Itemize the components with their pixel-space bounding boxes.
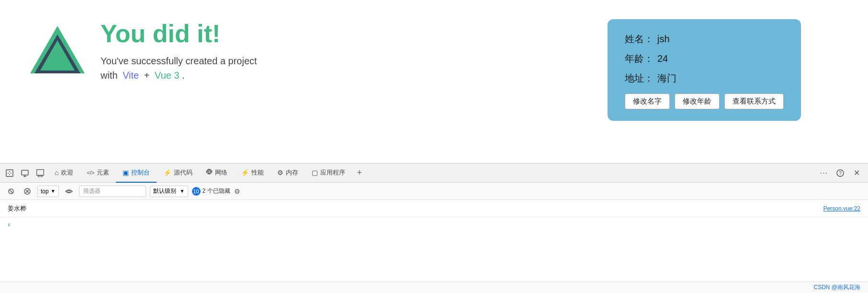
svg-rect-3 [6,170,13,176]
bottom-bar-text: CSDN @南风花海 [813,283,860,292]
log-level-selector[interactable]: 默认级别 ▼ [150,186,188,197]
info-row-address: 地址： 海门 [625,72,784,85]
elements-icon: </> [87,170,94,176]
tab-performance[interactable]: ⚡ 性能 [234,164,271,183]
tab-network-label: 网络 [215,168,227,177]
tab-performance-label: 性能 [251,168,264,177]
subtitle-with: with [101,70,118,81]
info-card: 姓名： jsh 年龄： 24 地址： 海门 修改名字 修改年龄 查看联系方式 [608,19,801,121]
tab-welcome[interactable]: ⌂ 欢迎 [48,164,80,183]
help-icon[interactable]: ? [833,165,848,181]
console-settings-icon[interactable]: ⚙ [234,188,240,195]
more-options-icon[interactable]: ··· [816,165,832,181]
level-label: 默认级别 [153,187,176,195]
console-icon: ▣ [123,169,129,176]
clear-console-button[interactable] [5,185,17,198]
inspect-element-icon[interactable] [2,165,17,181]
sources-icon: ⚡ [163,169,171,176]
left-section: You did it! You've successfully created … [29,19,257,82]
subtitle-pre: You've successfully created a project [101,56,257,66]
prompt-arrow-icon: › [8,221,10,228]
hidden-count-label: 2 个已隐藏 [203,187,230,195]
console-output-area: 姜水桦 Person.vue:22 [0,200,868,217]
address-value: 海门 [657,72,676,85]
filter-input[interactable]: 筛选器 [79,186,146,197]
svg-rect-6 [38,176,42,177]
info-buttons: 修改名字 修改年龄 查看联系方式 [625,94,784,109]
change-name-button[interactable]: 修改名字 [625,94,670,109]
close-devtools-icon[interactable]: ✕ [849,165,864,181]
vue-logo [29,22,86,80]
context-label: top [41,188,49,195]
age-label: 年龄： [625,52,654,65]
vue-link[interactable]: Vue 3 [155,70,180,81]
devtools-panel: ⌂ 欢迎 </> 元素 ▣ 控制台 ⚡ 源代码 网络 ⚡ [0,163,868,232]
name-value: jsh [657,34,670,45]
vite-link[interactable]: Vite [123,70,139,81]
tab-welcome-label: 欢迎 [61,168,73,177]
info-row-name: 姓名： jsh [625,33,784,46]
eye-icon-button[interactable] [63,185,75,198]
tab-application-label: 应用程序 [320,168,345,177]
tab-sources[interactable]: ⚡ 源代码 [157,164,199,183]
hero-text: You did it! You've successfully created … [101,19,257,82]
tab-network[interactable]: 网络 [199,164,234,183]
tab-console-label: 控制台 [131,168,150,177]
filter-placeholder: 筛选器 [83,187,101,195]
hero-subtitle: You've successfully created a project wi… [101,54,257,82]
svg-text:?: ? [839,171,842,176]
application-icon: ▢ [312,169,318,176]
console-log-entry: 姜水桦 [8,204,26,213]
add-tab-button[interactable]: + [352,168,367,178]
svg-point-15 [68,190,70,192]
filter-toggle-button[interactable] [21,185,34,198]
devtools-toolbar: top ▼ 筛选器 默认级别 ▼ 10 2 个已隐藏 ⚙ [0,183,868,200]
bottom-bar: CSDN @南风花海 [0,281,868,293]
svg-rect-4 [22,170,28,175]
svg-rect-5 [37,169,44,175]
tab-memory-label: 内存 [286,168,298,177]
console-source-link[interactable]: Person.vue:22 [823,205,860,212]
plus-sign: + [144,70,150,81]
performance-icon: ⚡ [241,169,249,176]
welcome-icon: ⌂ [55,169,58,176]
memory-icon: ⚙ [277,169,283,176]
context-dropdown-icon: ▼ [51,188,56,194]
tab-memory[interactable]: ⚙ 内存 [271,164,305,183]
change-age-button[interactable]: 修改年龄 [675,94,720,109]
tab-application[interactable]: ▢ 应用程序 [305,164,352,183]
svg-line-11 [10,190,12,193]
name-label: 姓名： [625,33,654,46]
network-icon [206,168,213,176]
context-selector[interactable]: top ▼ [37,186,59,197]
console-prompt: › [0,217,868,232]
level-dropdown-icon: ▼ [180,188,185,194]
badge-count: 10 [192,187,201,196]
hero-title: You did it! [101,19,257,48]
period: . [182,70,185,81]
devtools-tabs: ⌂ 欢迎 </> 元素 ▣ 控制台 ⚡ 源代码 网络 ⚡ [0,164,868,183]
tab-elements-label: 元素 [97,168,109,177]
address-label: 地址： [625,72,654,85]
tab-more-actions: ··· ? ✕ [816,165,868,181]
main-content: You did it! You've successfully created … [0,0,868,163]
responsive-icon[interactable] [33,165,48,181]
age-value: 24 [657,53,668,64]
tab-console[interactable]: ▣ 控制台 [116,164,157,183]
tab-sources-label: 源代码 [174,168,192,177]
view-contact-button[interactable]: 查看联系方式 [724,94,784,109]
device-toggle-icon[interactable] [17,165,33,181]
info-row-age: 年龄： 24 [625,52,784,65]
error-badge: 10 2 个已隐藏 [192,187,230,196]
tab-elements[interactable]: </> 元素 [80,164,116,183]
